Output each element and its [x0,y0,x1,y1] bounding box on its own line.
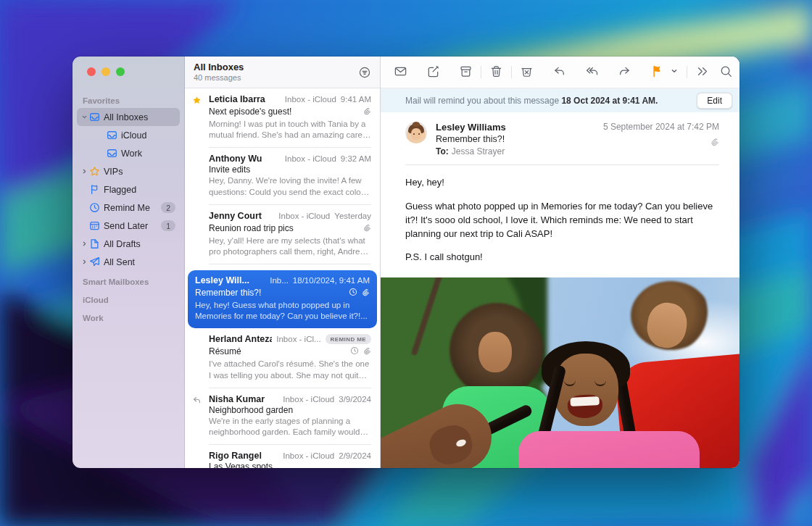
message-row-body: Rigo RangelInbox - iCloud2/9/2024Las Veg… [209,451,371,468]
remind-banner-date: 18 Oct 2024 at 9:41 AM. [561,96,658,106]
sidebar-item-vips[interactable]: VIPs [77,162,180,180]
message-row-body: Leticia IbarraInbox - iCloud9:41 AMNext … [209,94,371,148]
paperclip-icon [362,222,371,235]
sidebar-item-label: Work [121,149,175,159]
sidebar-item-all-sent[interactable]: All Sent [77,253,180,271]
chevron-right-icon[interactable] [80,241,89,247]
paperclip-icon [362,345,371,358]
compose-icon [426,64,440,80]
sidebar-item-all-drafts[interactable]: All Drafts [77,235,180,253]
reply-icon [552,64,566,80]
flag-button[interactable] [647,62,667,83]
flag-menu-button[interactable] [667,64,682,80]
delete-button[interactable] [486,62,506,83]
sidebar-section-title: Smart Mailboxes [77,271,180,289]
star-icon [185,94,209,148]
chevron-down-icon[interactable] [80,114,89,120]
message-mailbox: Inbox - iCloud [285,154,336,163]
sidebar-section-title: iCloud [77,289,180,307]
sidebar: FavoritesAll InboxesiCloudWorkVIPsFlagge… [72,57,185,468]
list-item[interactable]: Anthony WuInbox - iCloud9:32 AMInvite ed… [185,148,380,204]
chevron-right-icon[interactable] [80,168,89,175]
message-row-body: Anthony WuInbox - iCloud9:32 AMInvite ed… [209,154,371,204]
envelope-icon [394,64,407,80]
sidebar-item-send-later[interactable]: Send Later1 [77,217,180,235]
window-controls [87,67,125,76]
message-list-header: All Inboxes 40 messages [185,57,380,88]
sidebar-item-label: All Drafts [104,239,175,249]
list-item[interactable]: Rigo RangelInbox - iCloud2/9/2024Las Veg… [185,445,380,468]
chevron-down-small-icon [670,67,679,78]
message-mailbox: Inbox - iCloud [283,451,334,460]
sidebar-section-title: Favorites [77,90,180,108]
reply-indicator-icon [185,394,209,445]
search-button[interactable] [716,62,736,83]
junk-button[interactable] [517,62,536,83]
unread-count-badge: 2 [161,202,175,213]
message-preview: We're in the early stages of planning a … [209,416,371,438]
reply-all-button[interactable] [582,62,602,83]
sidebar-item-icloud[interactable]: iCloud [94,126,180,144]
message-preview: Hey, hey! Guess what photo popped up in … [195,300,370,322]
get-mail-button[interactable] [391,62,410,83]
forward-button[interactable] [615,62,634,83]
sender-name: Lesley Williams [436,122,603,133]
message-list-pane: All Inboxes 40 messages Leticia IbarraIn… [185,57,381,468]
edit-reminder-button[interactable]: Edit [697,93,732,109]
gutter-spacer [185,211,209,264]
compose-button[interactable] [423,62,443,83]
toolbar-separator [481,66,481,78]
list-item[interactable]: Herland AntezanaInbox - iCl...REMIND MER… [185,328,380,388]
filter-icon[interactable] [358,66,371,79]
close-window-button[interactable] [87,67,96,76]
minimize-window-button[interactable] [102,67,110,76]
sidebar-item-label: All Inboxes [104,112,175,122]
flag-outline-icon [89,184,104,195]
message-preview: I've attached Carol's résumé. She's the … [209,359,371,380]
reply-all-icon [585,64,599,80]
chevron-right-icon[interactable] [80,259,89,265]
list-item[interactable]: Leticia IbarraInbox - iCloud9:41 AMNext … [185,88,380,148]
message-preview: Hey, y'all! Here are my selects (that's … [209,235,371,257]
message-subject: Résumé [209,346,350,356]
reply-button[interactable] [550,62,569,83]
message-row-body: Jenny CourtInbox - iCloudYesterdayReunio… [209,211,371,264]
sidebar-item-work[interactable]: Work [94,144,180,162]
gutter-spacer [185,451,209,468]
sidebar-item-label: Remind Me [104,203,161,213]
list-item[interactable]: Nisha KumarInbox - iCloud3/9/2024Neighbo… [185,388,380,445]
message-mailbox: Inbox - iCl... [276,335,320,343]
sidebar-section-title: Work [77,307,180,325]
message-mailbox: Inbox - iCloud [283,395,334,404]
zoom-window-button[interactable] [116,67,125,76]
message-time: 3/9/2024 [339,395,371,404]
message-subject: Las Vegas spots [209,462,371,468]
sidebar-item-label: Send Later [104,221,161,231]
message-body: Hey, hey!Guess what photo popped up in M… [381,165,740,277]
document-icon [89,238,104,249]
archive-button[interactable] [456,62,476,83]
gutter-spacer [185,334,209,388]
trash-icon [489,64,503,80]
list-item[interactable]: Jenny CourtInbox - iCloudYesterdayReunio… [185,205,380,264]
recipient-name[interactable]: Jessa Strayer [452,146,505,156]
toolbar-separator [511,66,512,78]
sidebar-item-all-inboxes[interactable]: All Inboxes [77,108,180,126]
remind-me-badge: REMIND ME [326,334,371,344]
double-chevron-icon [695,64,709,80]
inbox-icon [107,130,121,141]
message-photo[interactable] [381,277,740,468]
message-paragraph: P.S. I call shotgun! [405,251,715,264]
mailbox-title: All Inboxes [194,62,358,73]
list-item-selected[interactable]: Lesley Will...Inb...18/10/2024, 9:41 AMR… [185,264,380,328]
toolbar [381,57,740,88]
sidebar-item-remind-me[interactable]: Remind Me2 [77,199,180,217]
message-paragraph: Guess what photo popped up in Memories f… [405,200,715,241]
flag-filled-icon [650,64,664,80]
sidebar-item-flagged[interactable]: Flagged [77,180,180,199]
more-toolbar-button[interactable] [692,62,712,83]
paperplane-icon [89,256,104,267]
message-row-body: Herland AntezanaInbox - iCl...REMIND MER… [209,334,371,388]
message-subject: Neighborhood garden [209,405,371,415]
message-time: 9:41 AM [341,95,371,104]
